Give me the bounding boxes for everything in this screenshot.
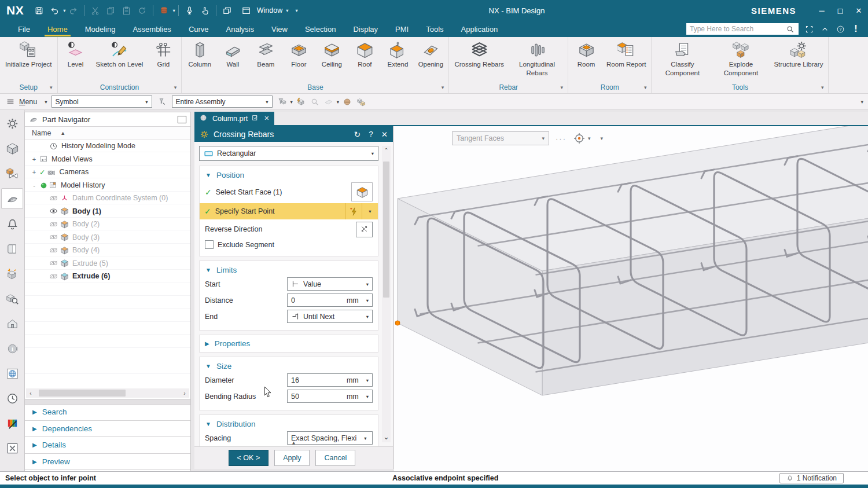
- menu-tab-application[interactable]: Application: [453, 21, 507, 37]
- group-options-dropdown[interactable]: ▾: [442, 85, 444, 90]
- group-options-dropdown[interactable]: ▾: [561, 85, 564, 90]
- alerts-icon[interactable]: !: [851, 24, 861, 34]
- tree-row-body-1[interactable]: Body (1): [25, 205, 190, 218]
- menu-button[interactable]: Menu ▾: [5, 96, 47, 108]
- dialog-options-icon[interactable]: [200, 130, 209, 139]
- tree-expander-icon[interactable]: +: [31, 156, 38, 163]
- ribbon-button-explode-component[interactable]: Explode Component: [712, 40, 770, 79]
- select-group-icon[interactable]: [355, 96, 367, 108]
- menu-tab-home[interactable]: Home: [39, 21, 76, 37]
- ribbon-button-floor[interactable]: Floor: [282, 40, 315, 70]
- menu-tab-display[interactable]: Display: [344, 21, 387, 37]
- tree-row-extrude-5[interactable]: Extrude (5): [25, 257, 190, 270]
- menu-tab-selection[interactable]: Selection: [296, 21, 344, 37]
- face-select-button[interactable]: [351, 182, 373, 201]
- ribbon-button-structure-library[interactable]: Structure Library: [770, 40, 826, 70]
- toolbar-overflow-icon[interactable]: ▾: [860, 99, 868, 105]
- save-icon[interactable]: [32, 3, 46, 18]
- menu-tab-modeling[interactable]: Modeling: [76, 21, 124, 37]
- sidebar-item-visual-reports[interactable]: [2, 413, 23, 433]
- start-select[interactable]: Value ▾: [287, 277, 373, 291]
- fullscreen-icon[interactable]: [804, 24, 814, 34]
- layers-icon-dropdown[interactable]: ▾: [172, 8, 175, 13]
- sidebar-item-assembly-navigator[interactable]: [2, 138, 23, 158]
- more-options-icon[interactable]: ···: [556, 134, 567, 143]
- ok-button[interactable]: < OK >: [229, 450, 269, 466]
- scrollbar-thumb[interactable]: [39, 390, 126, 397]
- hidden-icon[interactable]: [49, 194, 58, 203]
- reset-icon[interactable]: ↻: [354, 130, 361, 139]
- dialog-scrollbar[interactable]: ⌃ ⌄: [382, 146, 391, 442]
- tree-row-cameras[interactable]: +✓Cameras: [25, 166, 190, 179]
- tree-row-body-3[interactable]: Body (3): [25, 231, 190, 244]
- apply-button[interactable]: Apply: [274, 450, 310, 466]
- 3d-model-view[interactable]: [394, 126, 868, 472]
- ribbon-button-longitudinal-rebars[interactable]: Longitudinal Rebars: [508, 40, 566, 79]
- scroll-up-icon[interactable]: ⌃: [384, 147, 388, 153]
- undo-icon-dropdown[interactable]: ▾: [63, 8, 65, 13]
- close-button[interactable]: ✕: [849, 0, 868, 21]
- graphics-viewport[interactable]: Tangent Faces ▾ ··· ▾ ▾: [394, 126, 868, 472]
- ribbon-button-room[interactable]: Room: [570, 40, 602, 70]
- ribbon-button-crossing-rebars[interactable]: Crossing Rebars: [451, 40, 507, 70]
- dialog-close-icon[interactable]: ✕: [381, 130, 388, 139]
- ribbon-button-roof[interactable]: Roof: [348, 40, 381, 70]
- menu-tab-assemblies[interactable]: Assemblies: [124, 21, 179, 37]
- sidebar-item-customize-tools[interactable]: [2, 438, 23, 458]
- tree-row-body-2[interactable]: Body (2): [25, 218, 190, 231]
- command-search[interactable]: Type Here to Search: [686, 23, 799, 35]
- visible-icon[interactable]: [49, 207, 58, 215]
- sidebar-item-settings[interactable]: [2, 113, 23, 133]
- highlight-selection-icon[interactable]: [295, 96, 307, 108]
- tree-row-history-modeling-mode[interactable]: History Modeling Mode: [25, 140, 190, 153]
- rebar-type-select[interactable]: Rectangular ▾: [199, 146, 378, 161]
- scrollbar-thumb[interactable]: [383, 162, 389, 298]
- sidebar-item-part-navigator[interactable]: [1, 188, 23, 209]
- group-options-dropdown[interactable]: ▾: [644, 85, 647, 90]
- ribbon-button-ceiling[interactable]: Ceiling: [315, 40, 348, 70]
- ribbon-button-initialize-project[interactable]: Initialize Project: [2, 40, 56, 70]
- customize-quick-access-icon[interactable]: ▾: [296, 8, 298, 13]
- ribbon-button-room-report[interactable]: Room Report: [603, 40, 649, 70]
- snap-point-button[interactable]: ▾: [573, 132, 591, 145]
- menu-tab-pmi[interactable]: PMI: [387, 21, 417, 37]
- ribbon-button-beam[interactable]: Beam: [249, 40, 282, 70]
- layers-icon[interactable]: [157, 3, 171, 18]
- close-tab-icon[interactable]: ✕: [264, 115, 269, 122]
- group-options-dropdown[interactable]: ▾: [821, 85, 824, 90]
- hidden-icon[interactable]: [49, 272, 58, 281]
- collapse-dialog-icon[interactable]: ▲: [291, 440, 296, 446]
- exclude-segment-row[interactable]: Exclude Segment: [205, 237, 373, 252]
- help-icon[interactable]: ?: [835, 24, 845, 34]
- menu-tab-analysis[interactable]: Analysis: [218, 21, 263, 37]
- tree-expander-icon[interactable]: +: [31, 168, 38, 175]
- sidebar-item-home[interactable]: [2, 314, 23, 333]
- cascade-windows-icon[interactable]: [220, 3, 234, 18]
- group-options-dropdown[interactable]: ▾: [50, 85, 53, 90]
- menu-tab-tools[interactable]: Tools: [417, 21, 452, 37]
- exclude-segment-checkbox[interactable]: [205, 240, 214, 249]
- window-menu[interactable]: Window ▾: [238, 3, 289, 18]
- position-header[interactable]: ▼ Position: [205, 171, 373, 179]
- tree-expander-icon[interactable]: -: [31, 182, 38, 189]
- sidebar-item-search-part[interactable]: [2, 289, 23, 309]
- document-tab[interactable]: Column.prt ✕: [194, 112, 274, 125]
- sidebar-item-constraint-navigator[interactable]: [2, 163, 23, 183]
- undo-icon[interactable]: [47, 3, 62, 18]
- sidebar-item-notifications[interactable]: [2, 214, 23, 234]
- maximize-button[interactable]: ◻: [831, 0, 849, 21]
- panel-section-dependencies[interactable]: ▶Dependencies: [25, 421, 190, 438]
- hidden-icon[interactable]: [49, 259, 58, 267]
- point-options-dropdown[interactable]: ▾: [362, 203, 378, 219]
- prev-selection-icon[interactable]: [341, 96, 353, 108]
- dialog-help-icon[interactable]: ?: [369, 130, 373, 138]
- horizontal-scrollbar[interactable]: ‹ ›: [26, 388, 189, 398]
- end-select[interactable]: Until Next ▾: [287, 310, 373, 323]
- specify-start-point-row[interactable]: ✓ Specify Start Point ▾: [200, 203, 378, 219]
- tree-row-datum-coordinate-system-0[interactable]: Datum Coordinate System (0): [25, 192, 190, 205]
- minimize-button[interactable]: ─: [812, 0, 831, 21]
- hidden-icon[interactable]: [49, 233, 58, 241]
- spacing-select[interactable]: Exact Spacing, Flexi ▾: [287, 431, 373, 445]
- diameter-input[interactable]: 16 mm ▾: [287, 373, 373, 387]
- distribution-header[interactable]: ▼ Distribution: [205, 420, 373, 428]
